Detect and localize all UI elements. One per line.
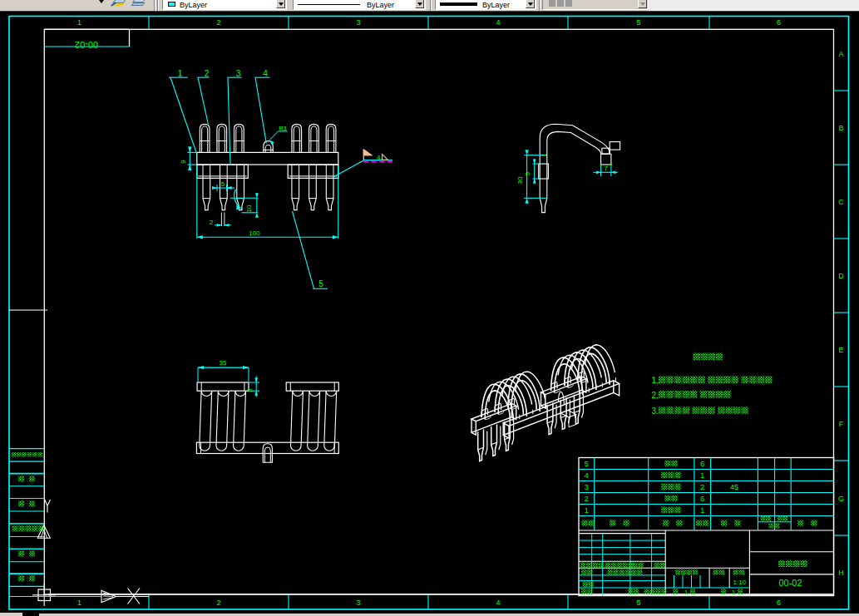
svg-text:1: 1 (732, 589, 736, 596)
svg-text:2: 2 (585, 495, 589, 503)
svg-text:2: 2 (700, 483, 704, 491)
svg-text:1:10: 1:10 (733, 579, 747, 586)
svg-text:B: B (838, 124, 843, 132)
svg-text:35: 35 (220, 359, 227, 367)
svg-text:45: 45 (730, 483, 738, 491)
svg-text:6: 6 (777, 18, 781, 27)
svg-text:6: 6 (777, 599, 781, 607)
svg-text:9: 9 (524, 171, 531, 175)
svg-text:2: 2 (216, 599, 220, 607)
svg-text:5: 5 (636, 599, 640, 607)
svg-text:4: 4 (496, 18, 500, 27)
svg-text:1: 1 (684, 589, 689, 596)
svg-text:3: 3 (236, 69, 241, 78)
svg-text:2: 2 (205, 69, 210, 78)
svg-text:6: 6 (700, 495, 704, 503)
svg-text:9: 9 (180, 160, 187, 164)
svg-text:6: 6 (700, 460, 704, 468)
svg-text:3.: 3. (652, 407, 659, 416)
svg-text:4: 4 (263, 69, 268, 78)
svg-text:3: 3 (356, 18, 360, 27)
svg-text:4: 4 (377, 154, 381, 161)
svg-text:1: 1 (77, 18, 81, 27)
svg-text:30: 30 (516, 176, 524, 184)
svg-text:1.: 1. (652, 376, 659, 385)
svg-text:1: 1 (700, 506, 704, 515)
svg-text:1: 1 (178, 69, 183, 78)
svg-text:00-02: 00-02 (778, 578, 802, 588)
svg-text:G: G (838, 495, 844, 503)
svg-text:A: A (838, 50, 843, 58)
svg-text:5: 5 (585, 460, 589, 468)
svg-text:10: 10 (245, 205, 253, 212)
svg-text:4: 4 (585, 471, 589, 480)
svg-text:5: 5 (636, 18, 640, 27)
svg-text:3: 3 (356, 599, 360, 607)
svg-text:R3: R3 (279, 125, 287, 132)
svg-text:D: D (838, 272, 844, 280)
svg-text:00-02: 00-02 (75, 40, 98, 50)
svg-text:5: 5 (246, 388, 254, 392)
svg-text:1: 1 (700, 471, 704, 480)
svg-text:C: C (838, 198, 844, 206)
svg-text:1: 1 (585, 506, 589, 515)
svg-text:H: H (838, 569, 844, 577)
svg-text:2: 2 (210, 219, 214, 226)
svg-text:3: 3 (585, 483, 589, 491)
svg-text:5: 5 (318, 279, 323, 288)
svg-text:7: 7 (605, 165, 609, 172)
svg-text:F: F (839, 420, 844, 428)
svg-text:2: 2 (216, 18, 220, 27)
svg-text:2.: 2. (652, 391, 659, 400)
svg-text:E: E (838, 346, 843, 354)
svg-text:100: 100 (249, 229, 260, 237)
svg-text:1: 1 (77, 599, 81, 607)
svg-text:4: 4 (496, 599, 500, 607)
svg-text:5: 5 (221, 180, 225, 188)
